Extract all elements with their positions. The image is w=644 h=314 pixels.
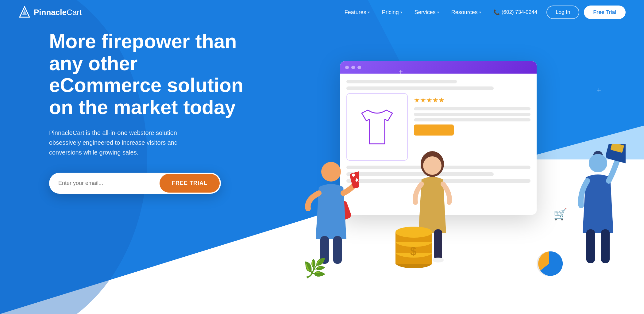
free-trial-hero-button[interactable]: FREE TRIAL <box>160 174 220 193</box>
tshirt-icon <box>359 107 395 147</box>
product-stars: ★★★★★ <box>414 96 530 104</box>
hero-headline: More firepower than any other eCommerce … <box>49 31 252 119</box>
svg-rect-16 <box>586 229 595 263</box>
skeleton-line <box>414 113 530 116</box>
illustration-area: ★★★★★ ♥ ★ + + + <box>303 25 626 288</box>
coins-stack: $ <box>389 223 438 276</box>
hero-content: More firepower than any other eCommerce … <box>49 31 252 194</box>
hero-section: PinnacleCart Features ▾ Pricing ▾ Servic… <box>0 0 644 314</box>
chevron-down-icon: ▾ <box>479 10 481 14</box>
nav-services[interactable]: Services ▾ <box>415 9 439 16</box>
pie-chart <box>534 248 564 273</box>
svg-rect-4 <box>333 236 342 264</box>
browser-dot-2 <box>351 66 355 69</box>
nav-links: Features ▾ Pricing ▾ Services ▾ Resource… <box>345 9 481 16</box>
svg-point-28 <box>395 227 432 238</box>
email-input[interactable] <box>49 174 158 193</box>
svg-point-15 <box>589 154 607 172</box>
product-image <box>346 93 408 161</box>
dot-decoration-1 <box>402 74 408 80</box>
phone-icon: 📞 <box>493 9 500 16</box>
nav-pricing[interactable]: Pricing ▾ <box>382 9 402 16</box>
svg-point-2 <box>321 162 341 182</box>
free-trial-nav-button[interactable]: Free Trial <box>584 6 626 19</box>
plant-decoration: 🌿 <box>303 257 326 279</box>
hero-subtext: PinnacleCart is the all-in-one webstore … <box>49 128 209 157</box>
browser-dot-3 <box>357 66 361 69</box>
nav-phone: 📞 (602) 734-0244 <box>493 9 537 16</box>
plus-decoration-3: + <box>597 86 601 94</box>
login-button[interactable]: Log In <box>546 6 579 19</box>
skeleton-line <box>414 107 530 110</box>
person-left: ★ <box>303 153 359 270</box>
person-right <box>570 144 626 273</box>
add-to-cart-placeholder <box>414 124 454 136</box>
brand-name: PinnacleCart <box>34 8 82 17</box>
svg-point-9 <box>423 156 442 175</box>
skeleton-line <box>346 80 457 83</box>
nav-resources[interactable]: Resources ▾ <box>451 9 481 16</box>
chevron-down-icon: ▾ <box>400 10 402 14</box>
skeleton-line <box>346 86 494 90</box>
logo-icon <box>18 6 31 18</box>
browser-dot-1 <box>345 66 349 69</box>
email-cta-form: FREE TRIAL <box>49 173 221 194</box>
logo-area: PinnacleCart <box>18 6 82 18</box>
skeleton-line <box>414 118 530 121</box>
chevron-down-icon: ▾ <box>437 10 439 14</box>
navigation: PinnacleCart Features ▾ Pricing ▾ Servic… <box>0 0 644 25</box>
browser-titlebar <box>340 61 537 74</box>
chevron-down-icon: ▾ <box>368 10 370 14</box>
svg-text:$: $ <box>410 245 416 258</box>
svg-rect-17 <box>601 229 610 263</box>
shopping-cart-icon: 🛒 <box>553 208 567 221</box>
nav-features[interactable]: Features ▾ <box>345 9 370 16</box>
